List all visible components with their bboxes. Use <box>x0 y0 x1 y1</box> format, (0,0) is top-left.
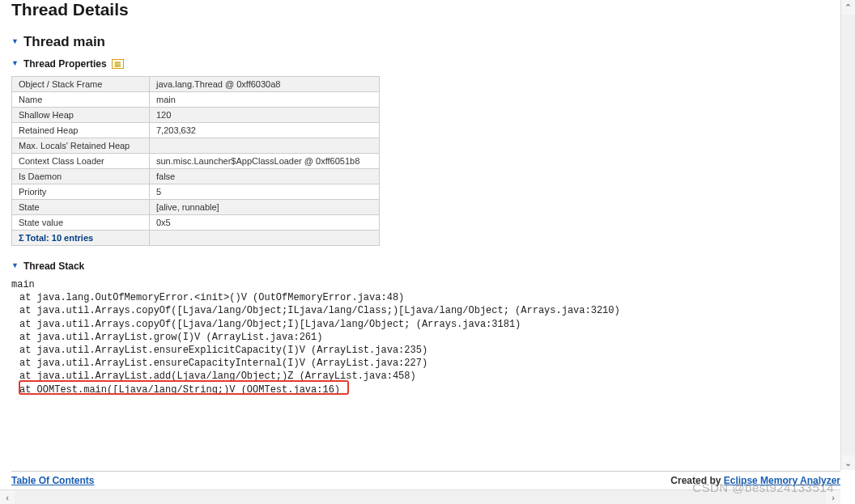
created-by-label: Created by <box>670 475 723 486</box>
table-row: Shallow Heap120 <box>12 108 380 123</box>
properties-table: Object / Stack Framejava.lang.Thread @ 0… <box>11 76 380 246</box>
prop-value: 7,203,632 <box>150 123 380 138</box>
table-total-row: ΣTotal: 10 entries <box>12 231 380 246</box>
horizontal-scrollbar[interactable]: ‹ › <box>0 489 840 504</box>
table-icon: ▦ <box>112 59 124 69</box>
stack-frame: at OOMTest.main([Ljava/lang/String;)V (O… <box>11 384 340 396</box>
scroll-down-icon[interactable]: ⌄ <box>841 455 855 470</box>
stack-frame: at java.util.ArrayList.ensureExplicitCap… <box>11 345 428 356</box>
stack-frame: at java.util.Arrays.copyOf([Ljava/lang/O… <box>11 319 521 330</box>
thread-properties-title: Thread Properties <box>23 58 107 70</box>
scroll-right-icon[interactable]: › <box>826 490 840 504</box>
prop-label: Context Class Loader <box>12 154 150 169</box>
thread-title: Thread main <box>23 34 105 50</box>
stack-trace: main at java.lang.OutOfMemoryError.<init… <box>11 278 844 396</box>
table-row: State value0x5 <box>12 215 380 231</box>
thread-stack-title: Thread Stack <box>23 260 84 272</box>
toc-link[interactable]: Table Of Contents <box>11 475 94 486</box>
footer: Table Of Contents Created by Eclipse Mem… <box>11 471 840 486</box>
prop-label: State value <box>12 215 150 231</box>
prop-value: java.lang.Thread @ 0xff6030a8 <box>150 77 380 92</box>
prop-label: Name <box>12 92 150 108</box>
prop-label: Priority <box>12 184 150 200</box>
collapse-icon: ▼ <box>11 261 19 269</box>
thread-stack-header[interactable]: ▼ Thread Stack <box>11 260 844 272</box>
prop-label: Object / Stack Frame <box>12 77 150 92</box>
table-row: Priority5 <box>12 184 380 200</box>
prop-value <box>150 138 380 154</box>
total-label: Total: 10 entries <box>26 233 94 243</box>
prop-value: 5 <box>150 184 380 200</box>
table-row: State[alive, runnable] <box>12 200 380 215</box>
prop-value: sun.misc.Launcher$AppClassLoader @ 0xff6… <box>150 154 380 169</box>
sigma-icon: Σ <box>19 233 24 243</box>
tool-link[interactable]: Eclipse Memory Analyzer <box>724 475 840 486</box>
thread-main-header[interactable]: ▼ Thread main <box>11 34 844 50</box>
stack-frame: at java.lang.OutOfMemoryError.<init>()V … <box>11 292 404 303</box>
prop-value: [alive, runnable] <box>150 200 380 215</box>
prop-label: State <box>12 200 150 215</box>
prop-value: false <box>150 169 380 184</box>
prop-label: Shallow Heap <box>12 108 150 123</box>
thread-properties-header[interactable]: ▼ Thread Properties ▦ <box>11 58 844 70</box>
vertical-scrollbar[interactable]: ⌃ ⌄ <box>840 0 855 470</box>
table-row: Context Class Loadersun.misc.Launcher$Ap… <box>12 154 380 169</box>
table-row: Is Daemonfalse <box>12 169 380 184</box>
table-row: Retained Heap7,203,632 <box>12 123 380 138</box>
table-row: Max. Locals' Retained Heap <box>12 138 380 154</box>
prop-value: main <box>150 92 380 108</box>
prop-label: Is Daemon <box>12 169 150 184</box>
table-row: Object / Stack Framejava.lang.Thread @ 0… <box>12 77 380 92</box>
stack-frame: at java.util.ArrayList.ensureCapacityInt… <box>11 358 428 369</box>
stack-frame: at java.util.ArrayList.grow(I)V (ArrayLi… <box>11 332 322 343</box>
table-row: Namemain <box>12 92 380 108</box>
collapse-icon: ▼ <box>11 37 19 45</box>
page-title: Thread Details <box>11 0 844 19</box>
stack-frame: at java.util.Arrays.copyOf([Ljava/lang/O… <box>11 305 620 316</box>
collapse-icon: ▼ <box>11 59 19 67</box>
scroll-up-icon[interactable]: ⌃ <box>841 0 855 15</box>
prop-label: Max. Locals' Retained Heap <box>12 138 150 154</box>
prop-value: 0x5 <box>150 215 380 231</box>
scroll-left-icon[interactable]: ‹ <box>0 490 15 504</box>
prop-value: 120 <box>150 108 380 123</box>
prop-label: Retained Heap <box>12 123 150 138</box>
stack-frame: at java.util.ArrayList.add(Ljava/lang/Ob… <box>11 371 416 382</box>
